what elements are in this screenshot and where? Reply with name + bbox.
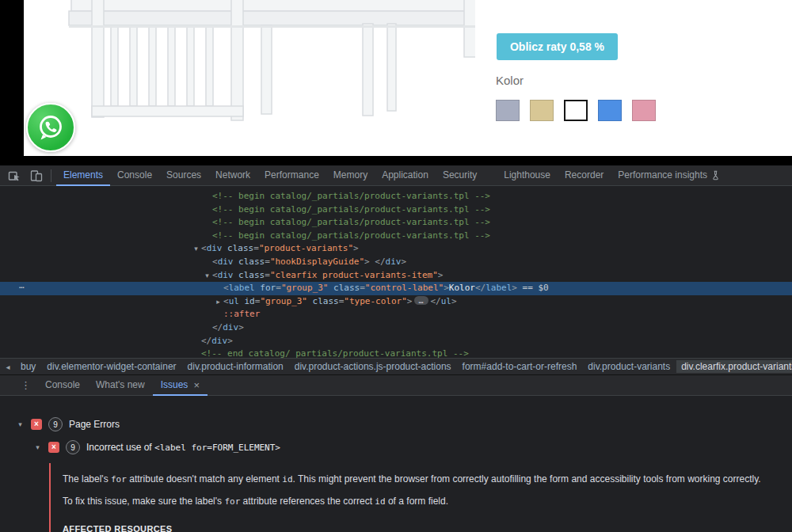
code-token: class — [328, 283, 360, 293]
breadcrumb-item[interactable]: div.elementor-widget-container — [42, 360, 181, 373]
elements-tree-row[interactable]: ▾<div class="clearfix product-variants-i… — [0, 269, 792, 283]
issue-description: The label's for attribute doesn't match … — [63, 473, 776, 486]
color-swatch-list — [496, 100, 656, 121]
code-token: ul — [441, 296, 451, 306]
code-token: div — [218, 256, 234, 267]
breadcrumb-item[interactable]: div.clearfix.product-variants-item — [676, 360, 792, 373]
breadcrumb-scroll-left-icon[interactable]: ◂ — [0, 363, 16, 371]
text-segment: of a form field. — [386, 496, 448, 507]
devtools-tab-elements[interactable]: Elements — [56, 165, 110, 186]
code-token: ul — [229, 296, 239, 306]
issue-detail: The label's for attribute doesn't match … — [49, 463, 792, 532]
code-token: == $0 — [517, 283, 549, 293]
code-token: Kolor — [449, 283, 475, 293]
elements-tree-row[interactable]: <!-- end catalog/_partials/product-varia… — [0, 348, 792, 358]
breadcrumb-item[interactable]: div.product-information — [183, 360, 288, 373]
installments-button[interactable]: Oblicz raty 0,58 % — [497, 33, 618, 60]
elements-tree-row[interactable]: </div> — [0, 335, 792, 348]
issues-group-label: Page Errors — [69, 419, 120, 430]
code-token: > — [227, 336, 233, 346]
code-token: </ — [475, 283, 485, 293]
disclosure-arrow-icon[interactable]: ▸ — [213, 295, 223, 309]
issues-panel: ▾ × 9 Page Errors ▾ × 9 Incorrect use of… — [0, 396, 792, 532]
elements-tree-row[interactable]: <!-- begin catalog/_partials/product-var… — [0, 216, 792, 230]
drawer-tab-issues[interactable]: Issues× — [153, 375, 208, 396]
color-swatch-blue[interactable] — [598, 100, 622, 121]
elements-tree-row[interactable]: </div> — [0, 321, 792, 335]
elements-tree-row[interactable]: <!-- begin catalog/_partials/product-var… — [0, 203, 792, 217]
row-menu-icon[interactable]: … — [19, 279, 25, 293]
drawer-tab-what-s-new[interactable]: What's new — [88, 375, 153, 396]
disclosure-arrow-icon[interactable]: ▾ — [202, 269, 212, 283]
code-token: = — [265, 256, 270, 267]
code-token: > — [238, 322, 244, 332]
disclosure-arrow-icon[interactable]: ▾ — [191, 242, 201, 256]
code-token: "clearfix product-variants-item" — [270, 270, 438, 280]
devtools-tab-console[interactable]: Console — [110, 165, 159, 186]
breadcrumb-item[interactable]: div.product-actions.js-product-actions — [290, 360, 456, 373]
collapse-triangle-icon[interactable]: ▾ — [33, 443, 42, 451]
color-swatch-gray-blue[interactable] — [496, 100, 520, 121]
devtools-tab-performance[interactable]: Performance — [257, 165, 326, 186]
code-token: class — [307, 296, 339, 306]
drawer-menu-icon[interactable]: ⋮ — [21, 379, 31, 391]
devtools-tab-bar: ElementsConsoleSourcesNetworkPerformance… — [56, 165, 727, 186]
devtools-tab-performance-insights[interactable]: Performance insights — [611, 165, 727, 186]
elements-tree-row[interactable]: <!-- begin catalog/_partials/product-var… — [0, 230, 792, 243]
devtools-tab-sources[interactable]: Sources — [159, 165, 208, 186]
code-token: class — [234, 270, 265, 280]
devtools-tab-lighthouse[interactable]: Lighthouse — [497, 165, 558, 186]
code-token: ::after — [223, 309, 260, 319]
devtools-panel: ElementsConsoleSourcesNetworkPerformance… — [0, 165, 792, 532]
text-segment: attribute references the correct — [240, 496, 375, 507]
code-token: "group_3" — [281, 283, 329, 293]
issues-tab-close-icon[interactable]: × — [193, 375, 200, 395]
issue-title: Incorrect use of <label for=FORM_ELEMENT… — [86, 442, 280, 453]
product-page-region: Oblicz raty 0,58 % Kolor — [0, 0, 792, 156]
code-token: <!-- begin catalog/_partials/product-var… — [212, 204, 490, 215]
inspect-element-icon[interactable] — [8, 169, 21, 182]
color-swatch-sand[interactable] — [530, 100, 554, 121]
elements-tree: <!-- begin catalog/_partials/product-var… — [0, 186, 792, 358]
breadcrumb-item[interactable]: buy — [16, 360, 40, 373]
window-gap-band — [0, 156, 792, 165]
code-token: "control-label" — [365, 283, 444, 293]
code-token: </ — [212, 322, 223, 332]
devtools-tab-recorder[interactable]: Recorder — [558, 165, 611, 186]
code-token: "hookDisplayGuide" — [270, 256, 364, 267]
devtools-tab-memory[interactable]: Memory — [326, 165, 375, 186]
whatsapp-button[interactable] — [26, 103, 75, 152]
drawer-tab-console[interactable]: Console — [37, 375, 88, 396]
issue-row[interactable]: ▾ × 9 Incorrect use of <label for=FORM_E… — [0, 439, 792, 455]
device-toolbar-icon[interactable] — [30, 169, 43, 182]
devtools-tab-network[interactable]: Network — [208, 165, 257, 186]
collapse-triangle-icon[interactable]: ▾ — [16, 420, 25, 428]
breadcrumb-item[interactable]: div.product-variants — [583, 360, 675, 373]
breadcrumb-items: buydiv.elementor-widget-containerdiv.pro… — [16, 360, 792, 373]
elements-tree-row[interactable]: <div class="hookDisplayGuide"> </div> — [0, 256, 792, 269]
code-token: div — [223, 322, 238, 332]
elements-tree-row[interactable]: ▾<div class="product-variants"> — [0, 242, 792, 256]
screenshot-root: Oblicz raty 0,58 % Kolor ElementsConsole… — [0, 0, 792, 532]
elements-tree-row[interactable]: …<label for="group_3" class="control-lab… — [0, 282, 792, 295]
devtools-tab-security[interactable]: Security — [436, 165, 484, 186]
code-token: = — [276, 283, 281, 293]
elements-tree-row[interactable]: <!-- begin catalog/_partials/product-var… — [0, 190, 792, 203]
code-token: > — [512, 283, 517, 293]
error-icon: × — [31, 419, 42, 430]
text-segment: The label's — [63, 473, 111, 484]
color-swatch-pink[interactable] — [632, 100, 656, 121]
code-token: = — [360, 283, 365, 293]
devtools-tab-application[interactable]: Application — [375, 165, 436, 186]
code-token: > — [451, 296, 457, 306]
issues-group-row[interactable]: ▾ × 9 Page Errors — [0, 416, 792, 432]
code-token: id — [239, 296, 255, 306]
color-swatch-white[interactable] — [564, 100, 588, 121]
breadcrumb-item[interactable]: form#add-to-cart-or-refresh — [458, 360, 582, 373]
code-token: < — [212, 270, 218, 280]
elements-tree-row[interactable]: ::after — [0, 308, 792, 321]
collapsed-content-icon[interactable]: … — [414, 296, 428, 305]
elements-tree-row[interactable]: ▸<ul id="group_3" class="type-color">…</… — [0, 295, 792, 309]
code-token: label — [229, 283, 255, 293]
code-token: > — [401, 256, 406, 267]
